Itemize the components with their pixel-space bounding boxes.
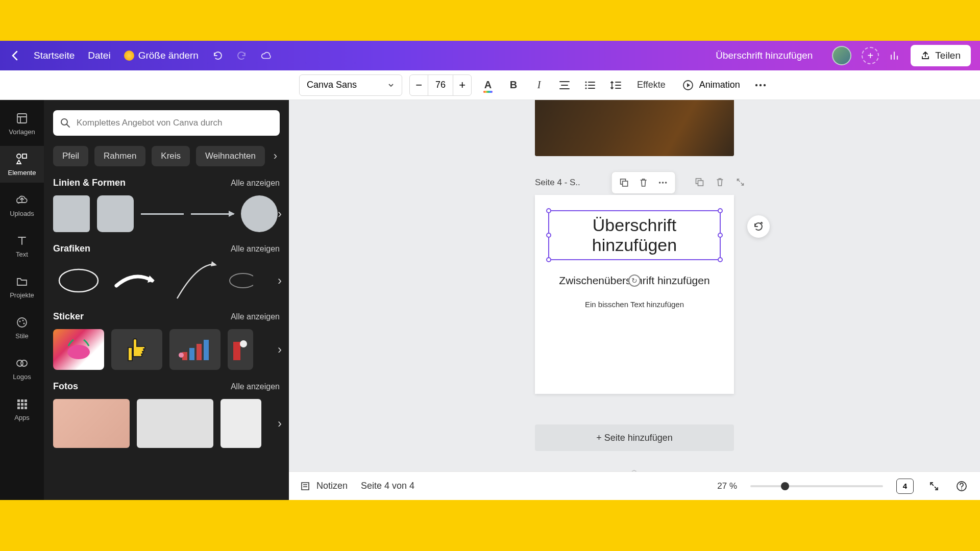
canvas-page[interactable]: Überschrift hinzufügen Zwischenüberschri… xyxy=(535,195,734,394)
svg-point-10 xyxy=(17,318,27,327)
resize-handle-br[interactable] xyxy=(718,257,723,262)
cloud-sync-icon[interactable] xyxy=(261,50,272,61)
resize-handle-tl[interactable] xyxy=(546,208,551,213)
body-text[interactable]: Ein bisschen Text hinzufügen xyxy=(550,300,719,309)
font-size-increase[interactable]: + xyxy=(453,75,471,95)
animation-button[interactable]: Animation xyxy=(678,79,744,91)
page-label-text[interactable]: Seite 4 - S.. xyxy=(535,178,580,188)
shape-square[interactable] xyxy=(53,195,90,232)
section-photos-all[interactable]: Alle anzeigen xyxy=(231,382,280,391)
shape-rounded-square[interactable] xyxy=(97,195,134,232)
redo-button[interactable] xyxy=(236,50,248,61)
back-button[interactable] xyxy=(9,50,20,61)
section-lines-all[interactable]: Alle anzeigen xyxy=(231,179,280,188)
zoom-percent[interactable]: 27 % xyxy=(717,481,737,491)
section-sticker-all[interactable]: Alle anzeigen xyxy=(231,312,280,321)
spacing-button[interactable] xyxy=(606,76,625,94)
rail-logos[interactable]: Logos xyxy=(0,350,44,387)
home-link[interactable]: Startseite xyxy=(34,50,75,61)
projects-icon xyxy=(15,275,29,288)
svg-rect-22 xyxy=(17,407,20,409)
page-delete-icon[interactable] xyxy=(713,176,726,189)
graphic-swoosh[interactable] xyxy=(169,261,220,300)
resize-button[interactable]: Größe ändern xyxy=(124,50,199,61)
page-duplicate-icon[interactable] xyxy=(693,176,706,189)
search-box[interactable] xyxy=(53,110,280,136)
section-graphics-all[interactable]: Alle anzeigen xyxy=(231,244,280,254)
photo-thumb-3[interactable] xyxy=(220,399,261,448)
heading-text[interactable]: Überschrift hinzufügen xyxy=(551,215,718,255)
search-input[interactable] xyxy=(77,118,273,128)
font-family-select[interactable]: Canva Sans xyxy=(299,74,402,96)
share-button[interactable]: Teilen xyxy=(911,45,971,66)
resize-handle-l[interactable] xyxy=(546,233,551,238)
selection-more-icon[interactable] xyxy=(655,174,671,191)
svg-point-40 xyxy=(665,182,667,184)
resize-handle-tr[interactable] xyxy=(718,208,723,213)
svg-point-26 xyxy=(59,269,98,292)
photos-next[interactable]: › xyxy=(278,416,282,431)
help-button[interactable] xyxy=(954,479,969,493)
rail-uploads[interactable]: Uploads xyxy=(0,187,44,223)
shape-line[interactable] xyxy=(141,213,184,215)
rotate-handle[interactable]: ↻ xyxy=(628,274,641,287)
photo-thumb-2[interactable] xyxy=(137,399,213,448)
photo-thumb-1[interactable] xyxy=(53,399,130,448)
shape-arrow[interactable] xyxy=(191,213,234,215)
regenerate-button[interactable] xyxy=(747,215,770,238)
zoom-slider[interactable] xyxy=(750,485,883,487)
text-color-button[interactable]: A xyxy=(479,76,497,94)
graphics-next[interactable]: › xyxy=(278,273,282,288)
svg-point-27 xyxy=(230,273,253,288)
insights-icon[interactable] xyxy=(889,50,900,61)
sticker-partial[interactable] xyxy=(228,329,253,370)
list-button[interactable] xyxy=(581,76,599,94)
canvas-area[interactable]: Seite 4 - S.. Über xyxy=(289,100,980,500)
rail-projects[interactable]: Projekte xyxy=(0,268,44,305)
fullscreen-button[interactable] xyxy=(927,479,941,493)
page-expand-icon[interactable] xyxy=(733,176,747,189)
add-member-button[interactable]: + xyxy=(862,47,879,64)
duplicate-icon[interactable] xyxy=(616,174,632,191)
page-count-badge[interactable]: 4 xyxy=(896,479,914,494)
graphic-partial[interactable] xyxy=(228,261,253,300)
rail-text[interactable]: Text xyxy=(0,228,44,264)
rail-elements[interactable]: Elemente xyxy=(0,146,44,183)
sticker-turkey[interactable] xyxy=(53,329,104,370)
rail-apps[interactable]: Apps xyxy=(0,391,44,428)
bold-button[interactable]: B xyxy=(504,76,523,94)
notes-button[interactable]: Notizen xyxy=(300,481,348,491)
rail-templates[interactable]: Vorlagen xyxy=(0,105,44,142)
effects-button[interactable]: Effekte xyxy=(632,80,671,90)
heading-text-box[interactable]: Überschrift hinzufügen xyxy=(548,210,721,260)
file-menu[interactable]: Datei xyxy=(88,50,110,61)
rail-styles[interactable]: Stile xyxy=(0,309,44,346)
previous-page-preview[interactable] xyxy=(535,100,734,156)
chip-kreis[interactable]: Kreis xyxy=(152,146,190,166)
graphic-curved-arrow[interactable] xyxy=(111,261,162,300)
delete-icon[interactable] xyxy=(635,174,652,191)
font-size-decrease[interactable]: − xyxy=(410,75,428,95)
sticker-bar-chart[interactable] xyxy=(169,329,220,370)
font-size-value[interactable]: 76 xyxy=(428,80,453,90)
italic-button[interactable]: I xyxy=(530,76,548,94)
graphic-scribble-oval[interactable] xyxy=(53,261,104,300)
more-button[interactable] xyxy=(751,76,770,94)
sticker-next[interactable]: › xyxy=(278,342,282,357)
chip-pfeil[interactable]: Pfeil xyxy=(53,146,88,166)
resize-handle-r[interactable] xyxy=(718,233,723,238)
shape-circle[interactable] xyxy=(241,195,278,232)
zoom-thumb[interactable] xyxy=(781,482,789,490)
align-button[interactable] xyxy=(555,76,574,94)
undo-button[interactable] xyxy=(212,50,223,61)
chip-weihnachten[interactable]: Weihnachten xyxy=(196,146,265,166)
svg-rect-18 xyxy=(24,399,27,402)
lines-next[interactable]: › xyxy=(278,207,282,221)
chip-rahmen[interactable]: Rahmen xyxy=(94,146,145,166)
user-avatar[interactable] xyxy=(832,46,851,65)
sticker-thumbs-up[interactable] xyxy=(111,329,162,370)
document-title[interactable]: Überschrift hinzufügen xyxy=(716,50,813,61)
add-page-button[interactable]: + Seite hinzufügen xyxy=(535,424,734,451)
chips-next[interactable]: › xyxy=(271,148,280,164)
resize-handle-bl[interactable] xyxy=(546,257,551,262)
